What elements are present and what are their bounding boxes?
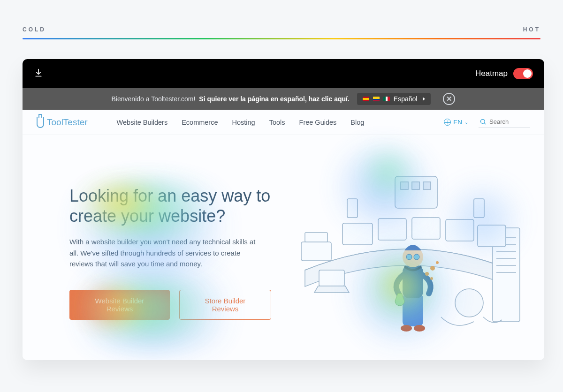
search-icon (479, 118, 487, 125)
preview-window: Heatmap Bienvenido a Tooltester.com! Si … (23, 59, 544, 360)
language-chip[interactable]: Español (357, 93, 431, 105)
flask-icon (37, 117, 44, 128)
heatmap-toolbar: Heatmap (23, 59, 544, 88)
svg-rect-16 (401, 182, 408, 189)
heatmap-legend: COLD HOT (23, 26, 540, 33)
search-box[interactable] (479, 117, 530, 128)
svg-point-0 (481, 119, 485, 123)
nav-item-blog[interactable]: Blog (350, 119, 364, 126)
legend-gradient-bar (23, 38, 540, 39)
heatmap-toggle-switch[interactable] (513, 68, 533, 79)
workstation-illustration-icon (286, 148, 530, 345)
svg-rect-20 (474, 199, 484, 218)
hero-content: Looking for an easy way to create your w… (69, 154, 271, 360)
svg-rect-12 (412, 218, 440, 239)
hero-illustration (286, 148, 530, 345)
cta-store-builder-reviews[interactable]: Store Builder Reviews (179, 290, 271, 320)
svg-rect-8 (301, 242, 331, 261)
hero-tagline: With a website builder you won't need an… (69, 236, 257, 269)
chevron-down-icon: ⌄ (464, 120, 468, 125)
svg-rect-13 (446, 219, 474, 241)
svg-point-26 (406, 254, 412, 260)
nav-item-tools[interactable]: Tools (269, 119, 285, 126)
svg-point-31 (430, 277, 433, 280)
heatmap-toggle-label: Heatmap (475, 69, 508, 78)
download-icon[interactable] (34, 68, 43, 79)
flag-co-icon (373, 97, 380, 101)
nav-item-website-builders[interactable]: Website Builders (117, 119, 168, 126)
nav-item-free-guides[interactable]: Free Guides (299, 119, 337, 126)
close-icon: ✕ (446, 95, 452, 103)
nav-right: EN ⌄ (444, 117, 530, 128)
svg-rect-23 (403, 294, 423, 326)
flag-mx-icon (383, 97, 390, 101)
svg-rect-19 (347, 199, 358, 218)
site-nav: ToolTester Website Builders Ecommerce Ho… (23, 110, 544, 135)
language-banner: Bienvenido a Tooltester.com! Si quiere v… (23, 88, 544, 110)
svg-point-21 (455, 289, 483, 317)
svg-rect-18 (423, 182, 431, 189)
globe-icon (444, 119, 451, 126)
hero-cta-row: Website Builder Reviews Store Builder Re… (69, 290, 271, 320)
svg-rect-15 (395, 176, 437, 208)
svg-rect-9 (305, 233, 327, 242)
logo-text-a: Tool (47, 117, 63, 127)
banner-text-plain: Bienvenido a Tooltester.com! (112, 95, 196, 103)
svg-rect-17 (412, 182, 419, 189)
search-input[interactable] (489, 118, 522, 125)
nav-item-hosting[interactable]: Hosting (232, 119, 255, 126)
svg-rect-14 (478, 225, 506, 247)
logo-text-b: Tester (63, 117, 88, 127)
flag-es-icon (363, 97, 369, 101)
svg-rect-11 (378, 219, 406, 240)
hero-headline: Looking for an easy way to create your w… (69, 186, 271, 226)
cta-website-builder-reviews[interactable]: Website Builder Reviews (69, 290, 170, 320)
site-logo[interactable]: ToolTester (37, 117, 88, 128)
nav-language-short: EN (453, 119, 462, 126)
language-chip-label: Español (394, 95, 418, 103)
svg-point-30 (436, 261, 439, 264)
nav-language-selector[interactable]: EN ⌄ (444, 119, 468, 126)
svg-point-33 (414, 325, 425, 332)
triangle-right-icon (423, 97, 425, 101)
legend-cold-label: COLD (23, 26, 46, 33)
svg-rect-22 (319, 270, 344, 286)
banner-text-bold[interactable]: Si quiere ver la página en español, haz … (199, 95, 350, 103)
legend-hot-label: HOT (523, 26, 540, 33)
svg-point-28 (425, 272, 429, 276)
close-banner-button[interactable]: ✕ (443, 93, 455, 105)
svg-point-27 (414, 254, 419, 260)
svg-rect-10 (342, 223, 373, 245)
hero: Looking for an easy way to create your w… (23, 135, 544, 360)
nav-item-ecommerce[interactable]: Ecommerce (182, 119, 218, 126)
svg-point-29 (430, 266, 435, 271)
heatmap-toggle-group: Heatmap (475, 68, 533, 79)
nav-items: Website Builders Ecommerce Hosting Tools… (117, 119, 429, 126)
svg-point-32 (401, 325, 412, 332)
